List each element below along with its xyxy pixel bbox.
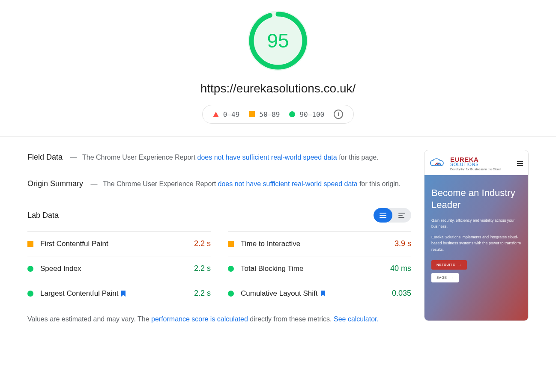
circle-icon [228, 266, 234, 272]
lines-staggered-icon [398, 213, 405, 218]
circle-icon [289, 111, 295, 117]
score-scale-legend: 0–49 50–89 90–100 i [202, 105, 354, 124]
score-section: 95 https://eurekasolutions.co.uk/ 0–49 5… [0, 0, 556, 137]
metric-value: 0.035 [392, 289, 411, 298]
lab-data-footnote: Values are estimated and may vary. The p… [27, 313, 411, 326]
score-value: 95 [267, 29, 289, 52]
metric-value: 3.9 s [395, 239, 411, 248]
metric-row[interactable]: Cumulative Layout Shift0.035 [228, 281, 411, 306]
field-data-section: Field Data — The Chrome User Experience … [27, 150, 411, 164]
metric-value: 2.2 s [194, 239, 211, 248]
preview-sage-button: SAGE→ [431, 273, 459, 282]
preview-body: Become an Industry Leader Gain security,… [424, 175, 528, 321]
metric-row[interactable]: First Contentful Paint2.2 s [27, 231, 211, 256]
toggle-compact-button[interactable] [374, 208, 392, 223]
metric-name: Total Blocking Time [241, 264, 383, 273]
metric-name: Cumulative Layout Shift [241, 289, 385, 298]
score-calculated-link[interactable]: performance score is calculated [151, 315, 248, 323]
page-screenshot-preview: EUREKA SOLUTIONS Developing for Business… [424, 150, 529, 321]
origin-summary-section: Origin Summary — The Chrome User Experie… [27, 176, 411, 191]
square-icon [27, 241, 33, 247]
metrics-grid: First Contentful Paint2.2 sTime to Inter… [27, 231, 411, 306]
metric-row[interactable]: Time to Interactive3.9 s [228, 231, 411, 256]
view-toggle [374, 208, 411, 223]
square-icon [228, 241, 234, 247]
audited-url: https://eurekasolutions.co.uk/ [0, 82, 556, 95]
scale-fail: 0–49 [213, 110, 240, 119]
metric-name: Time to Interactive [241, 240, 388, 248]
metric-value: 40 ms [390, 264, 411, 273]
field-data-label: Field Data [27, 153, 63, 161]
preview-logo: EUREKA SOLUTIONS Developing for Business… [430, 156, 501, 171]
field-data-link[interactable]: does not have sufficient real-world spee… [197, 154, 337, 161]
hamburger-icon [517, 161, 523, 166]
scale-average: 50–89 [249, 110, 280, 119]
metric-name: Speed Index [40, 264, 187, 273]
metric-name: Largest Contentful Paint [40, 289, 187, 298]
info-icon[interactable]: i [334, 110, 343, 119]
bookmark-icon [121, 290, 126, 297]
triangle-icon [213, 112, 219, 117]
origin-summary-link[interactable]: does not have sufficient real-world spee… [218, 180, 358, 187]
circle-icon [27, 291, 33, 297]
circle-icon [27, 266, 33, 272]
scale-pass: 90–100 [289, 110, 324, 119]
metric-name: First Contentful Paint [40, 240, 187, 248]
preview-netsuite-button: NETSUITE→ [431, 260, 467, 270]
toggle-expanded-button[interactable] [392, 208, 411, 223]
metric-row[interactable]: Largest Contentful Paint2.2 s [27, 281, 211, 306]
circle-icon [228, 291, 234, 297]
lines-equal-icon [380, 213, 386, 218]
preview-header: EUREKA SOLUTIONS Developing for Business… [424, 150, 528, 175]
metric-row[interactable]: Speed Index2.2 s [27, 256, 211, 281]
preview-heading: Become an Industry Leader [431, 187, 521, 211]
lab-data-title: Lab Data [27, 211, 59, 220]
metric-row[interactable]: Total Blocking Time40 ms [228, 256, 411, 281]
metric-value: 2.2 s [194, 289, 211, 298]
cloud-logo-icon [430, 158, 448, 169]
bookmark-icon [320, 290, 326, 297]
see-calculator-link[interactable]: See calculator. [334, 315, 379, 323]
square-icon [249, 111, 255, 117]
score-gauge: 95 [248, 11, 308, 71]
lab-data-header: Lab Data [27, 208, 411, 223]
metric-value: 2.2 s [194, 264, 211, 273]
origin-summary-label: Origin Summary [27, 179, 83, 188]
